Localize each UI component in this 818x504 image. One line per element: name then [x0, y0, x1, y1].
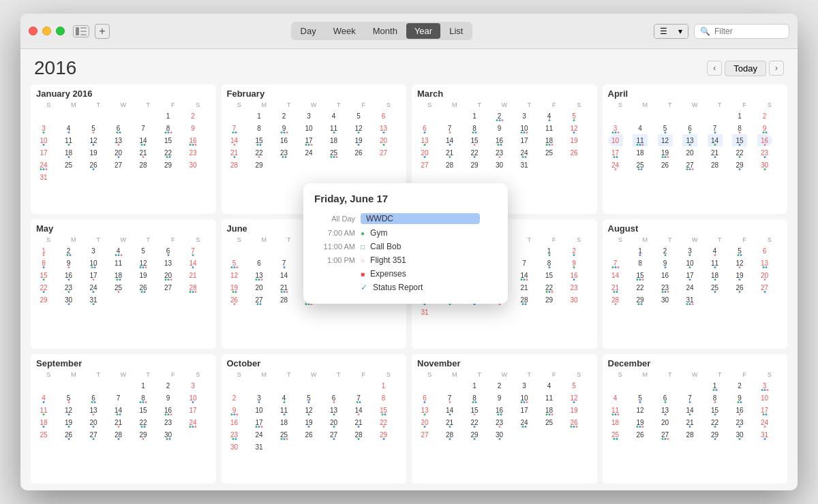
day-cell[interactable]: 18	[327, 134, 342, 146]
day-cell[interactable]: 27	[658, 428, 673, 441]
day-cell[interactable]: 29	[36, 294, 51, 306]
day-cell[interactable]: 9	[492, 122, 507, 134]
day-cell[interactable]: 23	[161, 416, 176, 428]
day-cell[interactable]: 30	[757, 159, 772, 171]
day-cell[interactable]: 20	[111, 146, 126, 159]
day-cell[interactable]: 28	[111, 428, 126, 441]
day-cell[interactable]	[277, 159, 292, 171]
day-cell[interactable]: 21	[682, 416, 697, 428]
day-cell[interactable]	[301, 379, 316, 392]
day-cell[interactable]: 6	[161, 245, 176, 257]
day-cell[interactable]	[542, 428, 557, 441]
day-cell[interactable]: 29	[633, 294, 648, 306]
day-cell[interactable]: 3	[86, 245, 101, 257]
day-cell[interactable]	[185, 171, 200, 183]
day-cell[interactable]	[442, 379, 457, 392]
day-cell[interactable]: 16	[277, 134, 292, 146]
day-cell[interactable]	[161, 294, 176, 306]
day-cell[interactable]: 8	[708, 392, 723, 404]
close-button[interactable]	[29, 27, 37, 35]
day-cell[interactable]: 5	[658, 122, 673, 134]
day-cell[interactable]: 14	[351, 404, 366, 416]
month-september[interactable]: SeptemberSMTWTFS123456789101112131415161…	[31, 354, 216, 484]
day-cell[interactable]	[277, 245, 292, 257]
day-cell[interactable]: 9	[757, 122, 772, 134]
day-cell[interactable]	[517, 245, 532, 257]
add-event-button[interactable]: +	[95, 24, 110, 39]
day-cell[interactable]: 11	[111, 257, 126, 269]
day-cell[interactable]: 17	[682, 269, 697, 281]
day-cell[interactable]: 13	[161, 257, 176, 269]
day-cell[interactable]	[327, 441, 342, 453]
day-cell[interactable]: 29	[542, 294, 557, 306]
calendar-split-button[interactable]: ☰ ▾	[654, 24, 688, 39]
day-cell[interactable]	[227, 110, 242, 122]
event-row[interactable]: 1:00 PM○Flight 351	[314, 253, 497, 267]
day-cell[interactable]	[517, 306, 532, 318]
day-cell[interactable]: 7	[111, 392, 126, 404]
day-cell[interactable]: 2	[492, 379, 507, 392]
day-cell[interactable]	[36, 379, 51, 392]
day-cell[interactable]: 13	[417, 134, 432, 146]
day-cell[interactable]: 8	[633, 257, 648, 269]
day-cell[interactable]: 19	[658, 146, 673, 159]
day-cell[interactable]: 8	[252, 122, 267, 134]
day-cell[interactable]: 29	[732, 159, 747, 171]
day-cell[interactable]	[542, 306, 557, 318]
day-cell[interactable]: 2	[658, 245, 673, 257]
day-cell[interactable]: 11	[633, 134, 648, 146]
day-cell[interactable]: 4	[327, 110, 342, 122]
day-cell[interactable]: 7	[608, 257, 623, 269]
day-cell[interactable]: 12	[566, 392, 581, 404]
day-cell[interactable]: 30	[185, 159, 200, 171]
day-cell[interactable]: 13	[682, 134, 697, 146]
day-cell[interactable]: 11	[608, 404, 623, 416]
day-cell[interactable]: 12	[301, 404, 316, 416]
day-cell[interactable]: 21	[227, 146, 242, 159]
minimize-button[interactable]	[42, 27, 51, 35]
day-cell[interactable]: 26	[732, 281, 747, 294]
day-cell[interactable]: 3	[757, 379, 772, 392]
day-cell[interactable]: 23	[732, 416, 747, 428]
day-cell[interactable]: 2	[732, 379, 747, 392]
day-cell[interactable]: 11	[708, 257, 723, 269]
day-cell[interactable]: 18	[542, 134, 557, 146]
day-cell[interactable]: 27	[252, 294, 267, 306]
day-cell[interactable]: 2	[161, 379, 176, 392]
day-cell[interactable]	[608, 110, 623, 122]
day-cell[interactable]: 19	[566, 404, 581, 416]
day-cell[interactable]: 20	[682, 146, 697, 159]
day-cell[interactable]: 11	[542, 392, 557, 404]
day-cell[interactable]: 10	[86, 257, 101, 269]
month-november[interactable]: NovemberSMTWTFS1234567891011121314151617…	[412, 354, 597, 484]
day-cell[interactable]: 1	[708, 379, 723, 392]
day-cell[interactable]: 18	[542, 404, 557, 416]
day-cell[interactable]: 4	[608, 392, 623, 404]
calendar-dropdown-button[interactable]: ▾	[673, 25, 688, 38]
day-cell[interactable]: 2	[492, 110, 507, 122]
day-cell[interactable]: 18	[111, 269, 126, 281]
day-cell[interactable]	[227, 245, 242, 257]
day-cell[interactable]: 4	[542, 110, 557, 122]
day-cell[interactable]: 13	[658, 404, 673, 416]
day-cell[interactable]: 20	[658, 416, 673, 428]
day-cell[interactable]: 14	[442, 404, 457, 416]
day-cell[interactable]: 7	[708, 122, 723, 134]
day-cell[interactable]: 8	[36, 257, 51, 269]
day-cell[interactable]: 29	[467, 428, 482, 441]
day-cell[interactable]	[351, 379, 366, 392]
day-cell[interactable]: 25	[36, 428, 51, 441]
day-cell[interactable]: 23	[757, 146, 772, 159]
day-cell[interactable]	[608, 245, 623, 257]
day-cell[interactable]	[86, 379, 101, 392]
day-cell[interactable]: 29	[136, 428, 151, 441]
day-cell[interactable]: 27	[376, 146, 391, 159]
day-cell[interactable]: 11	[327, 122, 342, 134]
day-cell[interactable]: 9	[566, 257, 581, 269]
day-cell[interactable]: 16	[566, 269, 581, 281]
day-cell[interactable]	[111, 171, 126, 183]
day-cell[interactable]	[542, 159, 557, 171]
day-cell[interactable]	[417, 110, 432, 122]
wwdc-event[interactable]: WWDC	[361, 213, 480, 224]
day-cell[interactable]: 12	[351, 122, 366, 134]
